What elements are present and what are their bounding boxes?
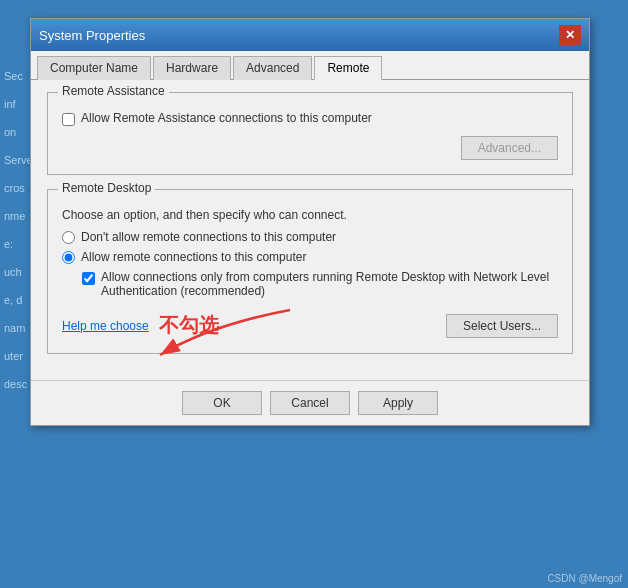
cancel-button[interactable]: Cancel bbox=[270, 391, 350, 415]
remote-desktop-title: Remote Desktop bbox=[58, 181, 155, 195]
tab-computer-name[interactable]: Computer Name bbox=[37, 56, 151, 80]
remote-assistance-checkbox-row: Allow Remote Assistance connections to t… bbox=[62, 111, 558, 126]
remote-assistance-section: Remote Assistance Allow Remote Assistanc… bbox=[47, 92, 573, 175]
remote-assistance-advanced-button[interactable]: Advanced... bbox=[461, 136, 558, 160]
advanced-btn-row: Advanced... bbox=[62, 136, 558, 160]
tab-remote[interactable]: Remote bbox=[314, 56, 382, 80]
nla-checkbox-label: Allow connections only from computers ru… bbox=[101, 270, 558, 298]
nla-checkbox-row: Allow connections only from computers ru… bbox=[82, 270, 558, 298]
tab-bar: Computer Name Hardware Advanced Remote bbox=[31, 51, 589, 80]
dialog-footer: OK Cancel Apply bbox=[31, 380, 589, 425]
radio-dont-allow-row: Don't allow remote connections to this c… bbox=[62, 230, 558, 244]
remote-desktop-bottom-row: Help me choose 不勾选 Select Users... bbox=[62, 312, 558, 339]
nla-checkbox[interactable] bbox=[82, 272, 95, 285]
system-properties-dialog: System Properties ✕ Computer Name Hardwa… bbox=[30, 18, 590, 426]
tab-advanced[interactable]: Advanced bbox=[233, 56, 312, 80]
remote-desktop-section: Remote Desktop Choose an option, and the… bbox=[47, 189, 573, 354]
title-bar: System Properties ✕ bbox=[31, 19, 589, 51]
select-users-button[interactable]: Select Users... bbox=[446, 314, 558, 338]
radio-dont-allow-label: Don't allow remote connections to this c… bbox=[81, 230, 336, 244]
radio-allow[interactable] bbox=[62, 251, 75, 264]
radio-allow-label: Allow remote connections to this compute… bbox=[81, 250, 306, 264]
dialog-title: System Properties bbox=[39, 28, 145, 43]
watermark: CSDN @Mengof bbox=[547, 573, 622, 584]
annotation-text: 不勾选 bbox=[159, 312, 219, 339]
remote-assistance-title: Remote Assistance bbox=[58, 84, 169, 98]
remote-desktop-description: Choose an option, and then specify who c… bbox=[62, 208, 558, 222]
remote-assistance-label: Allow Remote Assistance connections to t… bbox=[81, 111, 372, 125]
remote-assistance-checkbox[interactable] bbox=[62, 113, 75, 126]
radio-allow-row: Allow remote connections to this compute… bbox=[62, 250, 558, 264]
bottom-left: Help me choose 不勾选 bbox=[62, 312, 219, 339]
dialog-content: Remote Assistance Allow Remote Assistanc… bbox=[31, 80, 589, 380]
tab-hardware[interactable]: Hardware bbox=[153, 56, 231, 80]
radio-dont-allow[interactable] bbox=[62, 231, 75, 244]
close-button[interactable]: ✕ bbox=[559, 25, 581, 45]
ok-button[interactable]: OK bbox=[182, 391, 262, 415]
help-me-choose-link[interactable]: Help me choose bbox=[62, 319, 149, 333]
apply-button[interactable]: Apply bbox=[358, 391, 438, 415]
